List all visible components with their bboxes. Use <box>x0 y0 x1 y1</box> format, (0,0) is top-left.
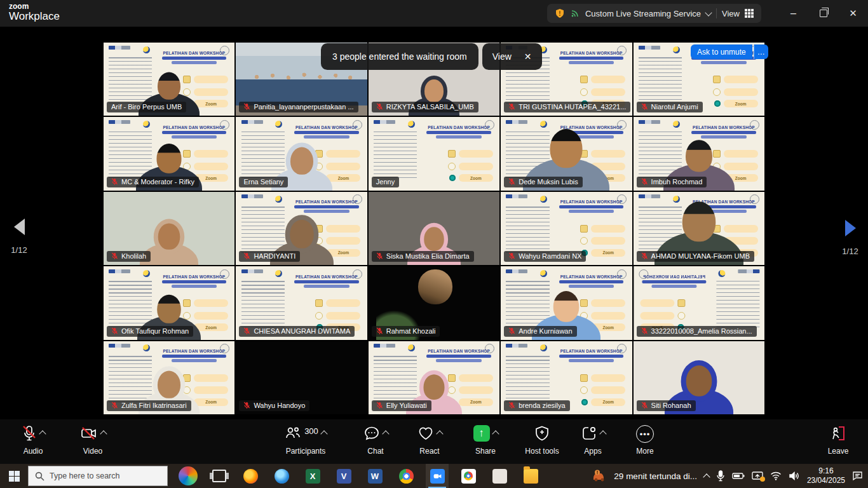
restore-button[interactable] <box>808 0 838 27</box>
toast-view-button[interactable]: View <box>492 51 512 62</box>
tray-mic-icon[interactable] <box>716 470 725 482</box>
chat-button[interactable]: Chat <box>348 425 403 456</box>
meeting-toolbar: Audio Video 300 Participants Chat <box>0 419 868 464</box>
share-button[interactable]: ↑ Share <box>458 425 513 456</box>
video-options-caret[interactable] <box>100 430 107 437</box>
minimize-button[interactable]: – <box>778 0 808 27</box>
participant-name: Elly Yuliawati <box>372 400 431 411</box>
calendar-icon <box>580 225 588 233</box>
poster-title-block: PELATIHAN DAN WORKSHOP <box>555 51 628 64</box>
participant-tile[interactable]: PELATIHAN DAN WORKSHOPZoomJenny <box>369 117 499 190</box>
audio-button[interactable]: Audio <box>5 425 61 456</box>
poster-title: PELATIHAN DAN WORKSHOP <box>158 349 231 353</box>
participant-tile[interactable]: PELATIHAN DAN WORKSHOPZoomHARDIYANTI <box>236 192 367 265</box>
tray-expand-icon[interactable] <box>703 473 710 480</box>
close-button[interactable]: ✕ <box>838 0 868 27</box>
leave-button[interactable]: Leave <box>810 425 866 456</box>
taskbar-app-excel[interactable]: X <box>301 464 324 488</box>
poster-zoom-badge: Zoom <box>724 100 758 107</box>
react-caret[interactable] <box>436 430 443 437</box>
taskbar-app-app-light[interactable] <box>488 464 511 488</box>
start-button[interactable] <box>0 464 28 488</box>
chevron-down-icon[interactable] <box>705 9 712 16</box>
participant-name: Niarotul Anjumi <box>637 102 703 112</box>
tray-notification[interactable]: 29 menit tertunda di... <box>592 470 697 482</box>
brand-workplace: Workplace <box>9 11 60 22</box>
search-placeholder: Type here to search <box>50 471 119 480</box>
participant-tile[interactable]: PELATIHAN DAN WORKSHOPZoomOfik Taufiqur … <box>104 266 234 339</box>
video-button[interactable]: Video <box>65 425 121 456</box>
participant-name: Wahyu Ramdani NX <box>504 251 586 262</box>
taskbar-app-zoom[interactable] <box>426 464 449 488</box>
muted-mic-icon <box>111 327 118 335</box>
apps-caret[interactable] <box>599 430 606 437</box>
chrome-light-icon <box>461 469 476 484</box>
participant-tile[interactable]: PELATIHAN DAN WORKSHOPZoomZulfa Fitri Ik… <box>104 341 234 414</box>
grid-view-icon[interactable] <box>745 9 754 18</box>
taskbar-search-input[interactable]: Type here to search <box>28 466 168 486</box>
poster-title: PELATIHAN DAN WORKSHOP <box>422 349 496 353</box>
participant-tile[interactable]: PELATIHAN DAN WORKSHOPZoomDede Muksin Lu… <box>501 117 632 190</box>
chat-caret[interactable] <box>382 430 389 437</box>
participant-tile[interactable]: PELATIHAN DAN WORKSHOPZoomImbuh Rochmad <box>634 117 764 190</box>
taskbar-app-firefox[interactable] <box>239 464 262 488</box>
participant-tile[interactable]: Siti Rohanah <box>634 341 764 414</box>
taskbar-app-visio[interactable]: V <box>332 464 355 488</box>
poster-title-block: PELATIHAN DAN WORKSHOP <box>422 125 496 139</box>
participant-tile[interactable]: Wahyu Handoyo <box>236 341 367 414</box>
apps-button[interactable]: Apps <box>565 425 621 456</box>
zoom-workplace-logo: zoom Workplace <box>9 3 60 22</box>
tray-wifi-icon[interactable] <box>770 471 782 480</box>
participants-button[interactable]: 300 Participants <box>278 425 334 456</box>
participant-tile[interactable]: Rahmat Khozali <box>369 266 499 339</box>
participant-tile[interactable]: PELATIHAN DAN WORKSHOPZoomWahyu Ramdani … <box>501 192 632 265</box>
clock-date: 23/04/2025 <box>807 476 845 485</box>
toast-close-icon[interactable]: ✕ <box>524 51 532 62</box>
audio-options-caret[interactable] <box>39 430 46 437</box>
host-tools-button[interactable]: Host tools <box>514 425 570 456</box>
live-streaming-pill[interactable]: Custom Live Streaming Service View <box>547 4 761 23</box>
previous-page-control[interactable]: 1/12 <box>5 219 33 255</box>
tray-battery-icon[interactable] <box>732 472 745 480</box>
participant-tile[interactable]: PELATIHAN DAN WORKSHOPZoombrenda ziesily… <box>501 341 632 414</box>
calendar-icon <box>713 76 721 83</box>
participant-tile[interactable]: PELATIHAN DAN WORKSHOPZoom33222010008_Am… <box>634 266 764 339</box>
next-page-arrow-icon[interactable] <box>845 220 856 236</box>
clock-time: 9:16 <box>807 466 845 476</box>
taskbar-clock[interactable]: 9:16 23/04/2025 <box>807 466 845 485</box>
participant-tile[interactable]: PELATIHAN DAN WORKSHOPZoomCHIESA ANUGRAH… <box>236 266 367 339</box>
participant-tile[interactable]: PELATIHAN DAN WORKSHOPZoomAndre Kurniawa… <box>501 266 632 339</box>
poster-title-block: PELATIHAN DAN WORKSHOP <box>555 200 628 213</box>
next-page-control[interactable]: 1/12 <box>836 220 864 256</box>
participant-more-button[interactable]: … <box>754 44 768 59</box>
tray-screenshare-icon[interactable] <box>752 471 763 480</box>
participant-tile[interactable]: Siska Mustika Elia Dimarta <box>369 192 499 265</box>
participant-tile[interactable]: PELATIHAN DAN WORKSHOPZoomArif - Biro Pe… <box>104 43 234 116</box>
participant-tile[interactable]: PELATIHAN DAN WORKSHOPZoomElly Yuliawati <box>369 341 499 414</box>
tray-volume-icon[interactable] <box>789 471 800 480</box>
participant-tile[interactable]: PELATIHAN DAN WORKSHOPZoomAHMAD MULYANA-… <box>634 192 764 265</box>
share-caret[interactable] <box>492 430 499 437</box>
react-button[interactable]: React <box>402 425 458 456</box>
taskbar-app-chrome-light[interactable] <box>457 464 480 488</box>
participant-tile[interactable]: PELATIHAN DAN WORKSHOPZoomMC & Moderator… <box>104 117 234 190</box>
taskbar-app-word[interactable]: W <box>363 464 386 488</box>
action-center-icon[interactable] <box>852 471 863 481</box>
taskbar-app-explorer[interactable] <box>519 464 542 488</box>
more-button[interactable]: ••• More <box>617 425 673 456</box>
taskbar-app-task-view[interactable] <box>208 464 231 488</box>
muted-mic-icon <box>641 402 648 409</box>
poster-title-block: PELATIHAN DAN WORKSHOP <box>158 51 231 64</box>
poster-title: PELATIHAN DAN WORKSHOP <box>290 200 363 204</box>
participant-name: Rahmat Khozali <box>372 326 440 337</box>
poster-title: PELATIHAN DAN WORKSHOP <box>555 51 628 55</box>
participant-tile[interactable]: PELATIHAN DAN WORKSHOPZoomErna Setiany <box>236 117 367 190</box>
participant-tile[interactable]: Kholilah <box>104 192 234 265</box>
previous-page-arrow-icon[interactable] <box>14 219 25 235</box>
taskbar-app-chrome[interactable] <box>395 464 417 488</box>
view-menu-button[interactable]: View <box>722 9 740 18</box>
taskbar-app-swirl[interactable] <box>177 464 200 488</box>
ask-to-unmute-button[interactable]: Ask to unmute <box>691 44 752 59</box>
taskbar-app-edge[interactable] <box>270 464 293 488</box>
participants-caret[interactable] <box>320 430 327 437</box>
